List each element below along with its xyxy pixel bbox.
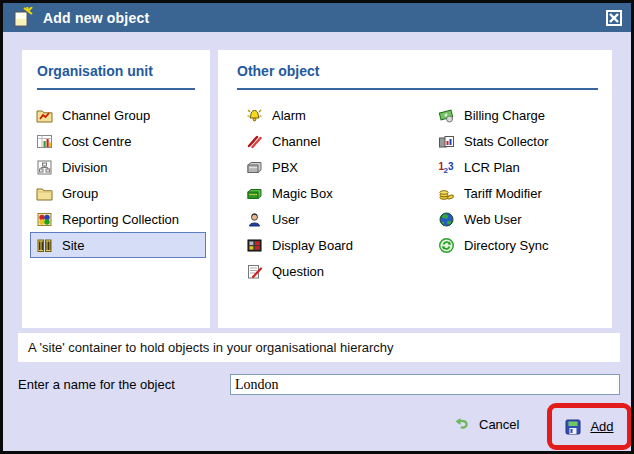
list-item-label: Division (62, 160, 108, 175)
add-label: Add (590, 419, 613, 434)
directory-sync-icon (438, 237, 455, 254)
list-item-web-user[interactable]: Web User (432, 206, 600, 232)
list-item-label: Channel Group (62, 108, 150, 123)
lcr-plan-icon: 1 2 3 (438, 159, 455, 176)
alarm-bell-icon (246, 107, 263, 124)
list-item-label: Site (62, 238, 84, 253)
list-item-alarm[interactable]: Alarm (240, 102, 420, 128)
list-item-display-board[interactable]: Display Board (240, 232, 420, 258)
list-item-label: Channel (272, 134, 320, 149)
undo-arrow-icon (453, 416, 470, 433)
list-item-cost-centre[interactable]: Cost Centre (30, 128, 206, 154)
add-new-object-dialog: Add new object Organisation unit Channel… (0, 0, 634, 454)
object-name-input[interactable] (230, 374, 620, 395)
list-item-label: Directory Sync (464, 238, 549, 253)
dialog-titlebar: Add new object (3, 3, 631, 32)
list-item-label: Web User (464, 212, 522, 227)
group-folder-icon (36, 185, 53, 202)
cancel-button[interactable]: Cancel (453, 416, 519, 433)
list-item-label: Stats Collector (464, 134, 549, 149)
organisation-unit-heading: Organisation unit (37, 63, 210, 79)
list-item-label: Reporting Collection (62, 212, 179, 227)
svg-text:3: 3 (448, 161, 454, 172)
list-item-label: Magic Box (272, 186, 333, 201)
list-item-group[interactable]: Group (30, 180, 206, 206)
list-item-label: PBX (272, 160, 298, 175)
close-icon[interactable] (606, 10, 622, 26)
list-item-reporting-collection[interactable]: Reporting Collection (30, 206, 206, 232)
division-icon (36, 159, 53, 176)
magic-box-icon (246, 185, 263, 202)
list-item-user[interactable]: User (240, 206, 420, 232)
list-item-label: Tariff Modifier (464, 186, 542, 201)
list-item-label: Cost Centre (62, 134, 131, 149)
organisation-unit-panel: Organisation unit Channel Group (22, 50, 210, 328)
add-button[interactable]: Add (565, 419, 613, 435)
cost-centre-icon (36, 133, 53, 150)
heading-rule (237, 88, 598, 90)
web-user-globe-icon (438, 211, 455, 228)
list-item-site[interactable]: Site (30, 232, 206, 258)
save-floppy-icon (565, 419, 581, 435)
dialog-title: Add new object (43, 10, 149, 26)
list-item-label: Display Board (272, 238, 353, 253)
other-object-heading: Other object (237, 63, 612, 79)
annotation-highlight: Add (547, 403, 632, 450)
list-item-label: Billing Charge (464, 108, 545, 123)
object-description: A 'site' container to hold objects in yo… (18, 333, 620, 362)
display-board-icon (246, 237, 263, 254)
list-item-stats-collector[interactable]: Stats Collector (432, 128, 600, 154)
list-item-channel-group[interactable]: Channel Group (30, 102, 206, 128)
tariff-modifier-icon (438, 185, 455, 202)
channel-group-icon (36, 107, 53, 124)
site-buildings-icon (36, 237, 53, 254)
channel-icon (246, 133, 263, 150)
new-document-icon (11, 7, 33, 29)
other-object-panel: Other object Alarm (218, 50, 612, 328)
list-item-channel[interactable]: Channel (240, 128, 420, 154)
list-item-magic-box[interactable]: Magic Box (240, 180, 420, 206)
list-item-label: Question (272, 264, 324, 279)
list-item-label: Group (62, 186, 98, 201)
list-item-tariff-modifier[interactable]: Tariff Modifier (432, 180, 600, 206)
pbx-icon (246, 159, 263, 176)
list-item-pbx[interactable]: PBX (240, 154, 420, 180)
question-icon (246, 263, 263, 280)
list-item-label: LCR Plan (464, 160, 520, 175)
stats-collector-icon (438, 133, 455, 150)
list-item-lcr-plan[interactable]: 1 2 3 LCR Plan (432, 154, 600, 180)
list-item-billing-charge[interactable]: Billing Charge (432, 102, 600, 128)
user-icon (246, 211, 263, 228)
reporting-collection-icon (36, 211, 53, 228)
name-field-label: Enter a name for the object (18, 377, 175, 392)
list-item-question[interactable]: Question (240, 258, 420, 284)
list-item-label: User (272, 212, 299, 227)
list-item-directory-sync[interactable]: Directory Sync (432, 232, 600, 258)
list-item-division[interactable]: Division (30, 154, 206, 180)
cancel-label: Cancel (479, 417, 519, 432)
heading-rule (37, 88, 195, 90)
billing-charge-icon (438, 107, 455, 124)
list-item-label: Alarm (272, 108, 306, 123)
